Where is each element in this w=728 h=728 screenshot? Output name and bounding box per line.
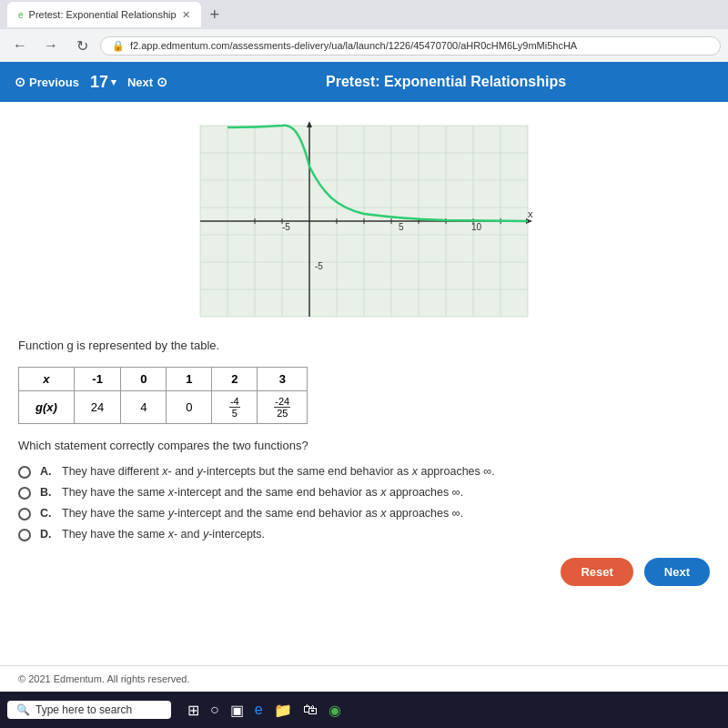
- choice-c-text: They have the same y-intercept and the s…: [62, 507, 710, 520]
- store-icon[interactable]: 🛍: [303, 702, 318, 718]
- reset-button[interactable]: Reset: [561, 558, 632, 586]
- table-container: x -1 0 1 2 3 g(x) 24 4 0 -4: [18, 367, 710, 424]
- fraction-neg4-5: -4 5: [229, 396, 240, 419]
- graph-container: x -5 5 10 -5: [18, 113, 710, 329]
- chrome-icon[interactable]: ◉: [329, 702, 341, 719]
- table-header-0: 0: [121, 368, 167, 391]
- app-header: ⊙ Previous 17 ▾ Next ⊙ Pretest: Exponent…: [0, 62, 728, 102]
- browser-tab[interactable]: e Pretest: Exponential Relationship ✕: [7, 2, 201, 27]
- new-tab-button[interactable]: +: [205, 5, 226, 25]
- address-bar[interactable]: 🔒 f2.app.edmentum.com/assessments-delive…: [100, 36, 721, 56]
- search-icon: 🔍: [16, 703, 30, 716]
- copyright-text: © 2021 Edmentum. All rights reserved.: [18, 673, 189, 684]
- taskbar-search-label: Type here to search: [35, 703, 132, 716]
- choice-b[interactable]: B. They have the same x-intercept and th…: [18, 486, 710, 500]
- choice-d[interactable]: D. They have the same x- and y-intercept…: [18, 528, 710, 541]
- table-header-2: 2: [212, 368, 258, 391]
- taskbar-search-box[interactable]: 🔍 Type here to search: [7, 701, 171, 719]
- question-text: Which statement correctly compares the t…: [18, 439, 710, 452]
- next-nav-button[interactable]: Next ⊙: [127, 75, 167, 89]
- footer: © 2021 Edmentum. All rights reserved.: [0, 665, 728, 692]
- choice-d-letter: D.: [40, 528, 53, 541]
- browser-nav-bar: ← → ↻ 🔒 f2.app.edmentum.com/assessments-…: [0, 29, 728, 62]
- table-cell-val4: -4 5: [212, 391, 258, 424]
- tab-favicon: e: [18, 10, 24, 20]
- taskbar: 🔍 Type here to search ⊞ ○ ▣ e 📁 🛍 ◉: [0, 692, 728, 728]
- radio-a[interactable]: [18, 466, 31, 479]
- taskbar-icons: ⊞ ○ ▣ e 📁 🛍 ◉: [187, 702, 341, 719]
- question-number-value: 17: [90, 73, 108, 92]
- windows-icon[interactable]: ⊞: [187, 702, 199, 719]
- choice-d-text: They have the same x- and y-intercepts.: [62, 528, 710, 541]
- next-arrow-icon: ⊙: [157, 75, 167, 89]
- back-button[interactable]: ←: [7, 33, 33, 58]
- choice-a[interactable]: A. They have different x- and y-intercep…: [18, 465, 710, 479]
- next-button[interactable]: Next: [644, 558, 710, 586]
- address-text: f2.app.edmentum.com/assessments-delivery…: [130, 40, 577, 51]
- table-cell-val3: 0: [167, 391, 212, 424]
- svg-marker-21: [307, 121, 312, 127]
- radio-d[interactable]: [18, 529, 31, 541]
- previous-label: Previous: [29, 76, 79, 89]
- file-explorer-icon[interactable]: 📁: [274, 702, 292, 719]
- choice-a-text: They have different x- and y-intercepts …: [62, 465, 710, 478]
- table-header-3: 3: [258, 368, 308, 391]
- choice-b-letter: B.: [40, 486, 53, 499]
- fraction-neg24-25: -24 25: [274, 396, 290, 419]
- radio-c[interactable]: [18, 508, 31, 521]
- svg-text:-5: -5: [282, 222, 290, 232]
- question-number[interactable]: 17 ▾: [90, 73, 116, 92]
- function-graph: x -5 5 10 -5: [191, 116, 537, 326]
- tab-close-button[interactable]: ✕: [182, 9, 190, 21]
- edge-icon[interactable]: e: [255, 702, 263, 718]
- table-header-x: x: [19, 368, 75, 391]
- forward-button[interactable]: →: [38, 33, 64, 58]
- dropdown-arrow-icon: ▾: [111, 76, 116, 88]
- next-nav-label: Next: [127, 76, 153, 89]
- task-view-icon[interactable]: ▣: [230, 702, 244, 719]
- choice-c-letter: C.: [40, 507, 53, 520]
- data-table: x -1 0 1 2 3 g(x) 24 4 0 -4: [18, 367, 308, 424]
- table-header-1: 1: [167, 368, 212, 391]
- svg-text:5: 5: [399, 222, 404, 232]
- button-row: Reset Next: [18, 558, 710, 592]
- svg-text:x: x: [528, 208, 533, 219]
- table-header-neg1: -1: [74, 368, 120, 391]
- choice-c[interactable]: C. They have the same y-intercept and th…: [18, 507, 710, 521]
- function-label: Function g is represented by the table.: [18, 339, 710, 352]
- table-cell-val2: 4: [121, 391, 167, 424]
- previous-button[interactable]: ⊙ Previous: [15, 75, 79, 89]
- answer-choices: A. They have different x- and y-intercep…: [18, 465, 710, 541]
- svg-text:-5: -5: [315, 261, 323, 271]
- reload-button[interactable]: ↻: [69, 33, 95, 58]
- browser-tab-bar: e Pretest: Exponential Relationship ✕ +: [0, 0, 728, 29]
- prev-arrow-icon: ⊙: [15, 75, 25, 89]
- choice-b-text: They have the same x-intercept and the s…: [62, 486, 710, 499]
- table-row-label: g(x): [19, 391, 75, 424]
- cortana-icon[interactable]: ○: [210, 702, 219, 718]
- table-cell-val1: 24: [74, 391, 120, 424]
- radio-b[interactable]: [18, 487, 31, 500]
- table-cell-val5: -24 25: [258, 391, 308, 424]
- page-title: Pretest: Exponential Relationships: [178, 74, 713, 90]
- tab-label: Pretest: Exponential Relationship: [29, 9, 177, 20]
- choice-a-letter: A.: [40, 465, 53, 478]
- lock-icon: 🔒: [112, 40, 125, 52]
- main-content: x -5 5 10 -5: [0, 102, 728, 665]
